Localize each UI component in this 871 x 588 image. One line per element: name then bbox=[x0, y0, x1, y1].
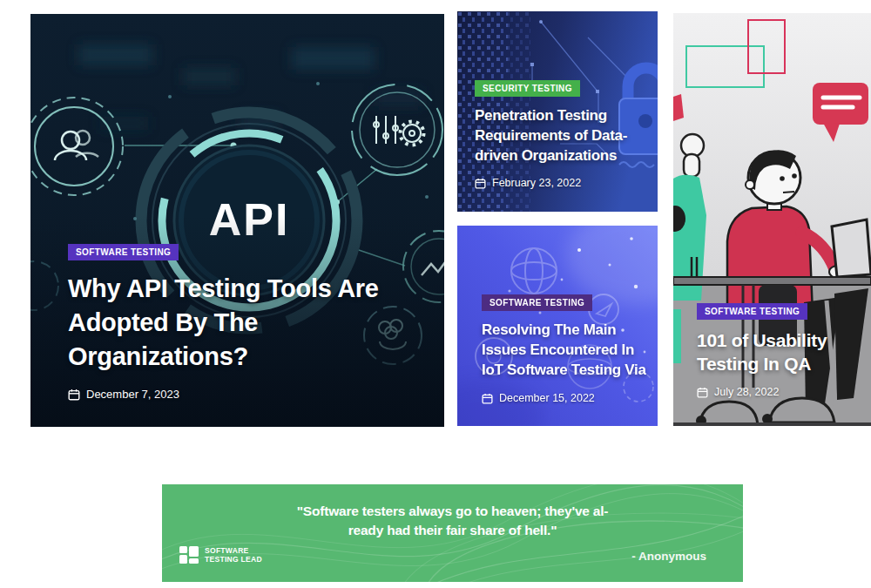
calendar-icon bbox=[697, 387, 708, 398]
calendar-icon bbox=[475, 178, 486, 189]
category-badge[interactable]: SOFTWARE TESTING bbox=[697, 303, 807, 320]
software-testing-lead-logo: SOFTWARE TESTING LEAD bbox=[179, 545, 262, 564]
post-date: February 23, 2022 bbox=[475, 177, 649, 189]
software-testing-lead-logo-icon bbox=[179, 545, 199, 564]
post-date-text: December 7, 2023 bbox=[86, 388, 179, 401]
quote-line-2: ready had their fair share of hell." bbox=[253, 521, 653, 540]
post-title[interactable]: Resolving The Main Issues Encountered In… bbox=[482, 320, 649, 380]
desk bbox=[673, 277, 871, 285]
post-date: December 15, 2022 bbox=[482, 392, 649, 404]
category-badge[interactable]: SOFTWARE TESTING bbox=[68, 244, 179, 260]
quote-text: "Software testers always go to heaven; t… bbox=[253, 502, 653, 540]
category-badge[interactable]: SECURITY TESTING bbox=[475, 80, 580, 97]
post-date-text: December 15, 2022 bbox=[499, 392, 595, 404]
post-date: July 28, 2022 bbox=[697, 386, 864, 398]
quote-banner[interactable]: "Software testers always go to heaven; t… bbox=[162, 484, 743, 582]
logo-text-line-2: TESTING LEAD bbox=[205, 555, 262, 564]
quote-attribution: - Anonymous bbox=[631, 550, 706, 563]
post-title[interactable]: 101 of Usability Testing In QA bbox=[697, 328, 864, 375]
post-card-iot-testing[interactable]: SOFTWARE TESTING Resolving The Main Issu… bbox=[457, 226, 658, 426]
post-card-usability-testing[interactable]: SOFTWARE TESTING 101 of Usability Testin… bbox=[673, 13, 871, 426]
quote-line-1: "Software testers always go to heaven; t… bbox=[253, 502, 653, 521]
post-date-text: February 23, 2022 bbox=[492, 177, 581, 189]
post-card-api-testing[interactable]: API bbox=[30, 14, 444, 427]
post-title[interactable]: Penetration Testing Requirements of Data… bbox=[475, 105, 649, 166]
calendar-icon bbox=[482, 393, 493, 404]
logo-text-line-1: SOFTWARE bbox=[205, 546, 262, 555]
blog-grid-page: API bbox=[0, 0, 871, 588]
category-badge[interactable]: SOFTWARE TESTING bbox=[482, 294, 592, 311]
post-title[interactable]: Why API Testing Tools Are Adopted By The… bbox=[68, 272, 381, 374]
post-date: December 7, 2023 bbox=[68, 388, 381, 401]
post-date-text: July 28, 2022 bbox=[714, 386, 779, 398]
laptop-icon bbox=[832, 220, 871, 277]
post-card-penetration-testing[interactable]: SECURITY TESTING Penetration Testing Req… bbox=[457, 11, 658, 212]
calendar-icon bbox=[68, 389, 80, 401]
